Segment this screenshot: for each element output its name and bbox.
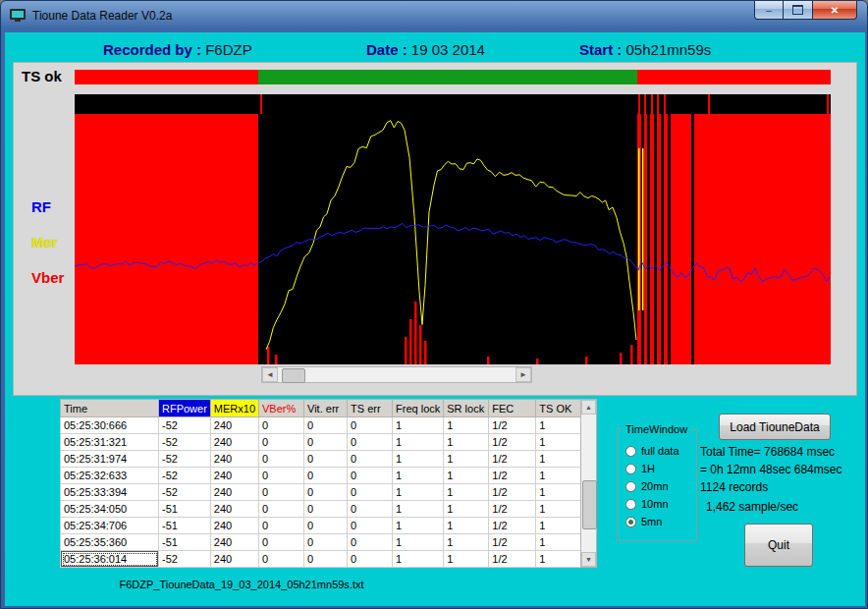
table-cell[interactable]: -52 [159,434,211,451]
table-cell[interactable]: 1 [536,484,583,501]
column-header-vber-[interactable]: VBer% [259,400,304,417]
table-cell[interactable]: 0 [348,484,393,501]
table-cell[interactable]: 0 [259,518,304,534]
table-cell[interactable]: 05:25:32:633 [61,468,159,484]
radio-icon[interactable] [625,481,636,492]
table-cell[interactable]: -52 [159,451,211,468]
table-cell[interactable]: 1 [393,484,444,501]
table-cell[interactable]: 0 [304,434,348,451]
table-cell[interactable]: -52 [159,551,211,568]
table-cell[interactable]: 1/2 [489,551,536,568]
table-cell[interactable]: 0 [304,534,348,551]
table-cell[interactable]: 1 [536,518,583,534]
table-cell[interactable]: 240 [210,434,258,451]
column-header-rfpower[interactable]: RFPower [159,400,211,417]
hscroll-track[interactable] [278,367,515,382]
table-cell[interactable]: -51 [159,518,211,534]
table-cell[interactable]: 240 [210,484,258,501]
table-cell[interactable]: 0 [259,534,304,551]
table-cell[interactable]: 0 [304,451,348,468]
chart-horizontal-scrollbar[interactable]: ◄ ► [261,366,532,383]
table-cell[interactable]: 0 [304,551,348,568]
table-cell[interactable]: 240 [210,551,258,568]
time-window-option-5mn[interactable]: 5mn [625,513,679,530]
table-cell[interactable]: 0 [348,518,393,534]
column-header-ts-err[interactable]: TS err [348,400,393,417]
table-cell[interactable]: 05:25:34:050 [61,501,159,518]
table-cell[interactable]: 1 [536,468,583,484]
table-cell[interactable]: 0 [259,468,304,484]
table-cell[interactable]: 0 [304,468,348,484]
table-cell[interactable]: 0 [304,518,348,534]
table-cell[interactable]: 1 [393,534,444,551]
table-cell[interactable]: 1/2 [489,451,536,468]
table-vertical-scrollbar[interactable]: ▲ ▼ [580,399,597,568]
table-cell[interactable]: 1 [444,434,489,451]
table-cell[interactable]: 0 [304,501,348,518]
maximize-button[interactable] [784,1,812,20]
table-cell[interactable]: 1 [393,518,444,534]
column-header-merx10[interactable]: MERx10 [210,400,258,417]
titlebar[interactable]: Tioune Data Reader V0.2a – ✕ [1,1,867,32]
table-cell[interactable]: 1/2 [489,468,536,484]
radio-icon[interactable] [625,464,636,474]
time-window-option-full-data[interactable]: full data [625,442,679,460]
radio-icon[interactable] [625,517,636,527]
time-window-option-1h[interactable]: 1H [625,460,679,477]
table-cell[interactable]: 240 [210,534,258,551]
table-cell[interactable]: 1 [444,518,489,534]
table-cell[interactable]: 1/2 [489,501,536,518]
table-cell[interactable]: 1 [444,451,489,468]
table-cell[interactable]: 1 [444,534,489,551]
radio-icon[interactable] [625,499,636,510]
table-cell[interactable]: 05:25:31:321 [61,434,159,451]
table-cell[interactable]: 0 [348,434,393,451]
table-cell[interactable]: 05:25:31:974 [61,451,159,468]
column-header-fec[interactable]: FEC [489,400,536,417]
scroll-down-arrow-icon[interactable]: ▼ [581,552,596,567]
column-header-ts-ok[interactable]: TS OK [536,400,583,417]
table-cell[interactable]: 05:25:30:666 [61,417,159,434]
hscroll-thumb[interactable] [282,368,305,383]
table-cell[interactable]: -52 [159,484,211,501]
table-cell[interactable]: 1/2 [489,484,536,501]
minimize-button[interactable]: – [754,1,784,20]
table-cell[interactable]: 1 [444,484,489,501]
table-cell[interactable]: 1 [536,417,583,434]
table-cell[interactable]: 0 [259,484,304,501]
table-cell[interactable]: -51 [159,534,211,551]
table-cell[interactable]: 240 [210,518,258,534]
table-cell[interactable]: 240 [210,451,258,468]
table-cell[interactable]: 05:25:35:360 [61,534,159,551]
table-cell[interactable]: 1/2 [489,434,536,451]
table-cell[interactable]: 1 [536,534,583,551]
table-cell[interactable]: 0 [259,434,304,451]
table-cell[interactable]: 0 [348,468,393,484]
table-cell[interactable]: 0 [348,417,393,434]
scroll-right-arrow-icon[interactable]: ► [515,367,531,382]
table-cell[interactable]: 1 [393,451,444,468]
table-cell[interactable]: 1/2 [489,417,536,434]
scroll-up-arrow-icon[interactable]: ▲ [581,400,596,415]
table-cell[interactable]: 0 [304,417,348,434]
table-cell[interactable]: 1/2 [489,518,536,534]
table-cell[interactable]: 1 [393,551,444,568]
table-cell[interactable]: 1 [444,501,489,518]
table-cell[interactable]: 1 [536,451,583,468]
vscroll-thumb[interactable] [582,480,597,529]
table-cell[interactable]: 240 [210,468,258,484]
table-cell[interactable]: 0 [259,501,304,518]
radio-icon[interactable] [625,446,636,457]
table-cell[interactable]: 05:25:34:706 [61,518,159,534]
time-window-option-20mn[interactable]: 20mn [625,477,679,495]
quit-button[interactable]: Quit [744,524,813,567]
table-cell[interactable]: 1 [536,501,583,518]
table-cell[interactable]: 0 [259,551,304,568]
table-cell[interactable]: -52 [159,468,211,484]
table-cell[interactable]: -51 [159,501,211,518]
table-cell[interactable]: 1 [393,434,444,451]
table-cell[interactable]: 1 [536,551,583,568]
table-cell[interactable]: 0 [259,451,304,468]
table-cell[interactable]: 1 [393,468,444,484]
table-cell[interactable]: 0 [348,534,393,551]
